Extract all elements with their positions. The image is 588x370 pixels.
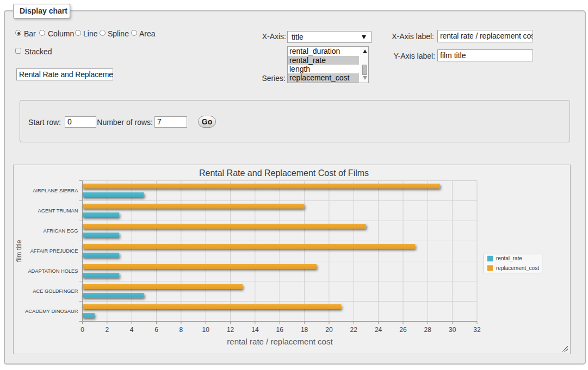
svg-text:24: 24 [375, 326, 382, 334]
svg-text:8: 8 [180, 326, 183, 334]
svg-text:20: 20 [325, 326, 333, 334]
svg-text:2: 2 [105, 326, 109, 334]
svg-text:0: 0 [81, 326, 84, 334]
svg-text:AFFAIR PREJUDICE: AFFAIR PREJUDICE [30, 248, 78, 254]
svg-text:4: 4 [130, 326, 134, 334]
svg-text:replacement_cost: replacement_cost [496, 265, 539, 271]
svg-text:14: 14 [251, 326, 259, 334]
svg-text:26: 26 [399, 326, 407, 334]
svg-text:22: 22 [350, 326, 358, 334]
svg-text:Rental Rate and Replacement Co: Rental Rate and Replacement Cost of Film… [199, 168, 369, 178]
svg-text:ADAPTATION HOLES: ADAPTATION HOLES [28, 268, 78, 274]
svg-text:ACADEMY DINOSAUR: ACADEMY DINOSAUR [25, 309, 78, 314]
svg-text:AFRICAN EGG: AFRICAN EGG [43, 228, 78, 234]
svg-text:16: 16 [276, 326, 284, 334]
svg-text:32: 32 [473, 326, 481, 334]
svg-text:AIRPLANE SIERRA: AIRPLANE SIERRA [33, 188, 78, 193]
svg-text:12: 12 [227, 326, 234, 334]
svg-text:film title: film title [15, 240, 23, 262]
svg-text:28: 28 [424, 326, 432, 334]
svg-text:rental rate / replacement cost: rental rate / replacement cost [227, 337, 333, 346]
svg-text:ACE GOLDFINGER: ACE GOLDFINGER [33, 289, 78, 294]
svg-text:30: 30 [449, 326, 456, 334]
svg-text:AGENT TRUMAN: AGENT TRUMAN [38, 208, 78, 214]
svg-text:rental_rate: rental_rate [496, 255, 522, 261]
svg-text:6: 6 [154, 326, 158, 334]
svg-text:10: 10 [202, 326, 210, 334]
svg-text:18: 18 [301, 326, 308, 334]
